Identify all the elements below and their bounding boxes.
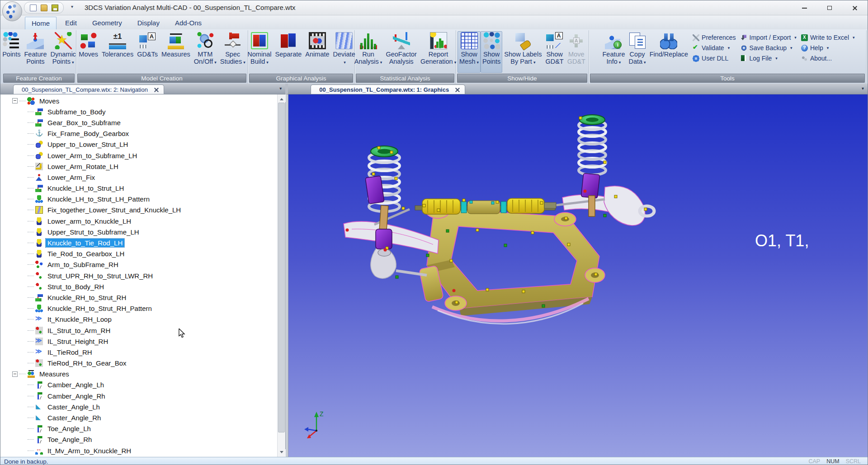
ribbon-button-separate[interactable]: Separate — [273, 31, 303, 73]
tree-item-knuckle-lh-to-strut-lh[interactable]: Knuckle_LH_to_Strut_LH — [0, 183, 277, 194]
tree-item-label[interactable]: IL_Strut_Height_RH — [46, 337, 110, 346]
ribbon-button-copy-data[interactable]: CopyData▾ — [627, 31, 647, 73]
tools-button-import-export[interactable]: Import / Export▾ — [741, 34, 797, 41]
ribbon-button-find-replace[interactable]: Find/Replace — [648, 31, 690, 73]
tree-item-label[interactable]: Knuckle_RH_to_Strut_RH_Pattern — [46, 304, 154, 313]
tools-button-help[interactable]: Help▾ — [801, 44, 855, 52]
tools-button-about[interactable]: About... — [801, 55, 855, 62]
qat-customize-button[interactable]: ▾ — [71, 4, 73, 9]
app-logo-icon[interactable] — [2, 1, 22, 21]
tree-item-toe-angle-lh[interactable]: Toe_Angle_Lh — [0, 423, 277, 434]
tree-item-knuckle-to-tie-rod-lh[interactable]: Knuckle_to_Tie_Rod_LH — [0, 237, 277, 248]
tree-item-label[interactable]: Fix_Frame_Body_Gearbox — [46, 129, 131, 138]
tree-item-knuckle-lh-to-strut-lh-pattern[interactable]: Knuckle_LH_to_Strut_LH_Pattern — [0, 194, 277, 205]
tree-item-label[interactable]: Measures — [38, 370, 71, 378]
scroll-down-button[interactable] — [278, 449, 286, 457]
tree-item-knuckle-rh-to-strut-rh[interactable]: Knuckle_RH_to_Strut_RH — [0, 292, 277, 303]
tree-item-lower-arm-to-subframe-lh[interactable]: Lower_Arm_to_Subframe_LH — [0, 150, 277, 161]
tree-item-label[interactable]: Fix_together_Lower_Strut_and_Knuckle_LH — [46, 206, 183, 214]
tree-item-label[interactable]: Camber_Angle_Lh — [46, 380, 106, 389]
ribbon-button-spec-studies[interactable]: SpecStudies▾ — [218, 31, 247, 73]
ribbon-button-mtm-on-off[interactable]: MTMOn/Off▾ — [192, 31, 218, 73]
tools-button-save-backup[interactable]: Save Backup▾ — [741, 44, 797, 52]
tree-item-label[interactable]: Caster_Angle_Rh — [46, 413, 103, 422]
tree-item-label[interactable]: Caster_Angle_Lh — [46, 403, 102, 411]
menu-tab-display[interactable]: Display — [131, 16, 166, 29]
ribbon-button-gd-ts[interactable]: GD&Ts — [135, 31, 160, 73]
save-button[interactable] — [51, 4, 59, 12]
tree-item-label[interactable]: Knuckle_LH_to_Strut_LH_Pattern — [46, 195, 151, 203]
tree-item-arm-to-subframe-rh[interactable]: Arm_to_SubFrame_RH — [0, 259, 277, 270]
tree-item-knuckle-rh-to-strut-rh-pattern[interactable]: Knuckle_RH_to_Strut_RH_Pattern — [0, 303, 277, 314]
tree-item-tie-rod-to-gearbox-lh[interactable]: Tie_Rod_to_Gearbox_LH — [0, 249, 277, 259]
tree-item-label[interactable]: Strut_to_Body_RH — [46, 282, 106, 291]
menu-tab-geometry[interactable]: Geometry — [85, 16, 129, 29]
tab-close-icon[interactable] — [154, 88, 158, 92]
tree-item-label[interactable]: Lower_Arm_to_Subframe_LH — [46, 151, 139, 160]
tree-item-upper-to-lower-strut-lh[interactable]: Upper_to_Lower_Strut_LH — [0, 139, 277, 150]
tree-item-label[interactable]: Subframe_to_Body — [46, 108, 107, 116]
tree-item-it-knuckle-rh-loop[interactable]: It_Knuckle_RH_Loop — [0, 314, 277, 325]
tree-item-label[interactable]: Toe_Angle_Lh — [46, 424, 93, 433]
ribbon-button-report-generation[interactable]: ReportGeneration▾ — [419, 31, 458, 73]
ribbon-button-geofactor-analysis[interactable]: GeoFactorAnalysis — [384, 31, 419, 73]
tree-collapse-icon[interactable] — [12, 98, 18, 103]
tree-item-label[interactable]: Toe_Angle_Rh — [46, 435, 94, 444]
tree-item-label[interactable]: It_Mv_Arm_to_Knuckle_RH — [46, 446, 133, 455]
tree-item-label[interactable]: Knuckle_to_Tie_Rod_LH — [46, 239, 124, 247]
doc-tab-graphics[interactable]: 00_Suspension_TL_Compare.wtx: 1: Graphic… — [311, 85, 465, 94]
tree-item-label[interactable]: TieRod_RH_to_Gear_Box — [46, 359, 128, 367]
tools-button-preferences[interactable]: Preferences — [693, 34, 736, 41]
new-document-button[interactable] — [29, 4, 37, 12]
tree-collapse-icon[interactable] — [12, 371, 18, 377]
tools-button-user-dll[interactable]: User DLL — [693, 55, 736, 62]
tree-item-fix-frame-body-gearbox[interactable]: Fix_Frame_Body_Gearbox — [0, 128, 277, 139]
ribbon-button-show-gd-t[interactable]: ShowGD&T — [543, 31, 565, 73]
open-button[interactable] — [40, 4, 48, 12]
tree-item-label[interactable]: Strut_UPR_RH_to_Strut_LWR_RH — [46, 272, 155, 280]
scroll-up-button[interactable] — [278, 94, 286, 102]
ribbon-button-show-mesh[interactable]: ShowMesh▾ — [458, 31, 481, 73]
ribbon-button-feature-points[interactable]: FeaturePoints — [22, 31, 48, 73]
tree-item-moves[interactable]: Moves — [0, 95, 277, 106]
tab-list-dropdown[interactable]: ▾ — [862, 86, 864, 91]
minimize-button[interactable] — [792, 0, 817, 15]
tree-item-label[interactable]: Lower_Arm_Fix — [46, 173, 97, 182]
tree-item-label[interactable]: Upper_Strut_to_Subframe_LH — [46, 228, 141, 236]
tree-item-lower-arm-rotate-lh[interactable]: Lower_Arm_Rotate_LH — [0, 161, 277, 172]
tree-item-label[interactable]: Knuckle_LH_to_Strut_LH — [46, 184, 126, 193]
tree-item-lower-arm-to-knuckle-lh[interactable]: Lower_arm_to_Knuckle_LH — [0, 216, 277, 226]
tree-item-strut-to-body-rh[interactable]: Strut_to_Body_RH — [0, 281, 277, 292]
tab-list-dropdown[interactable]: ▾ — [279, 86, 282, 91]
tree-item-toe-angle-rh[interactable]: Toe_Angle_Rh — [0, 434, 277, 445]
ribbon-button-measures[interactable]: Measures — [160, 31, 192, 73]
tree-item-subframe-to-body[interactable]: Subframe_to_Body — [0, 106, 277, 117]
ribbon-button-nominal-build[interactable]: NominalBuild▾ — [245, 31, 273, 73]
ribbon-button-tolerances[interactable]: Tolerances — [100, 31, 135, 73]
ribbon-button-moves[interactable]: Moves — [77, 31, 100, 73]
tree-item-label[interactable]: Gear_Box_to_Subframe — [46, 118, 123, 127]
doc-tab-navigation[interactable]: 00_Suspension_TL_Compare.wtx: 2: Navigat… — [13, 85, 164, 94]
maximize-button[interactable] — [817, 0, 842, 15]
tools-button-validate[interactable]: Validate▾ — [693, 44, 736, 52]
menu-tab-edit[interactable]: Edit — [58, 16, 84, 29]
tools-button-log-file[interactable]: Log File▾ — [741, 55, 797, 62]
tree-item-label[interactable]: It_Knuckle_RH_Loop — [46, 315, 113, 324]
tree-item-fix-together-lower-strut-and-knuckle-lh[interactable]: Fix_together_Lower_Strut_and_Knuckle_LH — [0, 205, 277, 216]
tree-item-label[interactable]: Moves — [38, 97, 61, 105]
menu-tab-home[interactable]: Home — [25, 17, 57, 29]
tree-item-lower-arm-fix[interactable]: Lower_Arm_Fix — [0, 172, 277, 183]
tree-item-il-strut-height-rh[interactable]: IL_Strut_Height_RH — [0, 336, 277, 347]
tab-close-icon[interactable] — [455, 88, 459, 92]
tree-item-label[interactable]: Arm_to_SubFrame_RH — [46, 260, 120, 269]
ribbon-button-run-analysis[interactable]: RunAnalysis▾ — [353, 31, 384, 73]
tree-item-caster-angle-lh[interactable]: Caster_Angle_Lh — [0, 401, 277, 412]
tree-item-label[interactable]: Camber_Angle_Rh — [46, 392, 107, 400]
ribbon-button-show-points[interactable]: ShowPoints — [481, 31, 502, 73]
tree-item-caster-angle-rh[interactable]: Caster_Angle_Rh — [0, 412, 277, 423]
ribbon-button-dynamic-points[interactable]: DynamicPoints▾ — [48, 31, 77, 73]
tree-item-label[interactable]: Knuckle_RH_to_Strut_RH — [46, 293, 128, 302]
ribbon-button-points[interactable]: Points — [0, 31, 22, 73]
tools-button-write-to-excel[interactable]: Write to Excel▾ — [801, 34, 855, 41]
tree-item-camber-angle-rh[interactable]: Camber_Angle_Rh — [0, 390, 277, 401]
